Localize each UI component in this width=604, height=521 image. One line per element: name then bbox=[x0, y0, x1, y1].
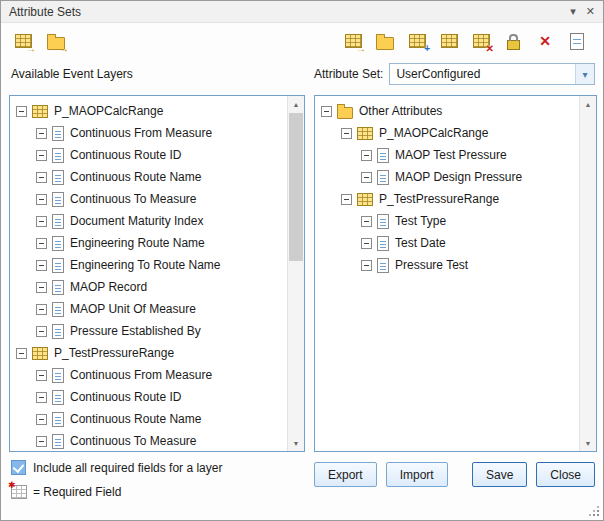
collapse-toggle-icon[interactable] bbox=[36, 326, 47, 337]
tree-item[interactable]: MAOP Unit Of Measure bbox=[10, 298, 287, 320]
tree-item[interactable]: MAOP Test Pressure bbox=[315, 144, 579, 166]
collapse-toggle-icon[interactable] bbox=[36, 414, 47, 425]
collapse-toggle-icon[interactable] bbox=[361, 172, 372, 183]
collapse-toggle-icon[interactable] bbox=[361, 216, 372, 227]
tree-item[interactable]: MAOP Record bbox=[10, 276, 287, 298]
left-panel-scrollbar[interactable]: ▲ ▼ bbox=[287, 96, 304, 451]
tree-item[interactable]: P_TestPressureRange bbox=[10, 342, 287, 364]
scroll-up-icon[interactable]: ▲ bbox=[580, 96, 596, 112]
chevron-down-icon: ▾ bbox=[582, 69, 587, 80]
page-icon bbox=[52, 390, 64, 405]
tree-item[interactable]: Test Type bbox=[315, 210, 579, 232]
close-icon[interactable]: ✕ bbox=[586, 6, 595, 17]
collapse-toggle-icon[interactable] bbox=[36, 436, 47, 447]
page-icon bbox=[52, 302, 64, 317]
include-required-checkbox[interactable] bbox=[11, 460, 26, 475]
import-button[interactable]: Import bbox=[386, 462, 448, 487]
page-icon bbox=[377, 148, 389, 163]
attribute-set-select[interactable]: UserConfigured ▾ bbox=[389, 63, 595, 85]
include-required-row: Include all required fields for a layer bbox=[11, 460, 222, 475]
collapse-toggle-icon[interactable] bbox=[36, 172, 47, 183]
page-icon bbox=[377, 236, 389, 251]
collapse-toggle-icon[interactable] bbox=[16, 348, 27, 359]
tree-item[interactable]: Continuous Route Name bbox=[10, 166, 287, 188]
report-icon[interactable] bbox=[567, 32, 587, 51]
overlay-glyph: ✕ bbox=[486, 44, 494, 54]
add-event-layer-icon[interactable]: → bbox=[13, 32, 33, 51]
attribute-sets-dialog: Attribute Sets ▾ ✕ →→ →+✕✕ Available Eve… bbox=[0, 0, 604, 521]
right-panel-scrollbar[interactable]: ▲ ▼ bbox=[579, 96, 596, 451]
tree-item-label: P_TestPressureRange bbox=[54, 346, 174, 360]
collapse-toggle-icon[interactable] bbox=[341, 194, 352, 205]
tree-item-label: Continuous Route ID bbox=[70, 390, 181, 404]
scrollbar-thumb[interactable] bbox=[289, 113, 303, 261]
tree-item[interactable]: Engineering Route Name bbox=[10, 232, 287, 254]
collapse-toggle-icon[interactable] bbox=[36, 194, 47, 205]
tree-item[interactable]: Continuous Route Name bbox=[10, 408, 287, 430]
collapse-toggle-icon[interactable] bbox=[16, 106, 27, 117]
resize-grip[interactable] bbox=[587, 504, 599, 516]
collapse-toggle-icon[interactable] bbox=[36, 370, 47, 381]
collapse-toggle-icon[interactable] bbox=[321, 106, 332, 117]
collapse-toggle-icon[interactable] bbox=[361, 238, 372, 249]
lock-icon[interactable] bbox=[503, 32, 523, 51]
tree-item[interactable]: Continuous From Measure bbox=[10, 364, 287, 386]
add-layer-folder-icon[interactable]: → bbox=[46, 32, 66, 51]
tree-item[interactable]: Continuous To Measure bbox=[10, 430, 287, 450]
tree-item[interactable]: Document Maturity Index bbox=[10, 210, 287, 232]
remove-attribute-table-icon[interactable]: ✕ bbox=[471, 32, 491, 51]
collapse-toggle-icon[interactable] bbox=[36, 392, 47, 403]
collapse-toggle-icon[interactable] bbox=[341, 128, 352, 139]
attribute-set-value: UserConfigured bbox=[396, 67, 480, 81]
save-button[interactable]: Save bbox=[472, 462, 527, 487]
collapse-toggle-icon[interactable] bbox=[36, 282, 47, 293]
combo-dropdown-button[interactable]: ▾ bbox=[575, 64, 594, 84]
scroll-down-icon[interactable]: ▼ bbox=[288, 435, 304, 451]
tree-item[interactable]: P_MAOPCalcRange bbox=[10, 100, 287, 122]
tree-item[interactable]: Other Attributes bbox=[315, 100, 579, 122]
page-icon bbox=[52, 368, 64, 383]
export-button[interactable]: Export bbox=[314, 462, 377, 487]
scroll-down-icon[interactable]: ▼ bbox=[580, 435, 596, 451]
delete-icon[interactable]: ✕ bbox=[535, 32, 555, 51]
page-glyph bbox=[570, 33, 584, 50]
tree-item-label: Test Date bbox=[395, 236, 446, 250]
table-glyph bbox=[441, 34, 458, 48]
close-button[interactable]: Close bbox=[536, 462, 595, 487]
tree-item[interactable]: Continuous Route ID bbox=[10, 144, 287, 166]
attribute-set-panel: Other AttributesP_MAOPCalcRangeMAOP Test… bbox=[314, 95, 597, 452]
collapse-toggle-icon[interactable] bbox=[36, 260, 47, 271]
tree-item[interactable]: Continuous From Measure bbox=[10, 122, 287, 144]
attribute-set-tree: Other AttributesP_MAOPCalcRangeMAOP Test… bbox=[315, 97, 579, 450]
collapse-toggle-icon[interactable] bbox=[36, 128, 47, 139]
tree-item-label: P_MAOPCalcRange bbox=[54, 104, 163, 118]
tree-item[interactable]: Continuous Route ID bbox=[10, 386, 287, 408]
scroll-up-icon[interactable]: ▲ bbox=[288, 96, 304, 112]
tree-item[interactable]: Pressure Established By bbox=[10, 320, 287, 342]
add-event-layer-icon[interactable]: → bbox=[343, 32, 363, 51]
tree-item[interactable]: P_MAOPCalcRange bbox=[315, 122, 579, 144]
collapse-toggle-icon[interactable] bbox=[361, 260, 372, 271]
page-icon bbox=[52, 258, 64, 273]
tree-item[interactable]: Pressure Test bbox=[315, 254, 579, 276]
attribute-table-icon[interactable] bbox=[439, 32, 459, 51]
tree-item-label: Other Attributes bbox=[359, 104, 442, 118]
page-icon bbox=[52, 434, 64, 449]
folder-glyph bbox=[376, 37, 394, 50]
new-attribute-set-folder-icon[interactable] bbox=[375, 32, 395, 51]
tree-item[interactable]: Continuous To Measure bbox=[10, 188, 287, 210]
available-layers-tree: P_MAOPCalcRangeContinuous From MeasureCo… bbox=[10, 97, 287, 450]
collapse-toggle-icon[interactable] bbox=[36, 304, 47, 315]
tree-item[interactable]: P_TestPressureRange bbox=[315, 188, 579, 210]
tree-item[interactable]: MAOP Design Pressure bbox=[315, 166, 579, 188]
collapse-toggle-icon[interactable] bbox=[36, 238, 47, 249]
tree-item[interactable]: Engineering To Route Name bbox=[10, 254, 287, 276]
tree-item-label: Continuous To Measure bbox=[70, 434, 197, 448]
tree-item[interactable]: Test Date bbox=[315, 232, 579, 254]
add-attribute-table-icon[interactable]: + bbox=[407, 32, 427, 51]
dock-menu-icon[interactable]: ▾ bbox=[570, 6, 576, 17]
collapse-toggle-icon[interactable] bbox=[36, 216, 47, 227]
collapse-toggle-icon[interactable] bbox=[361, 150, 372, 161]
page-icon bbox=[52, 280, 64, 295]
collapse-toggle-icon[interactable] bbox=[36, 150, 47, 161]
